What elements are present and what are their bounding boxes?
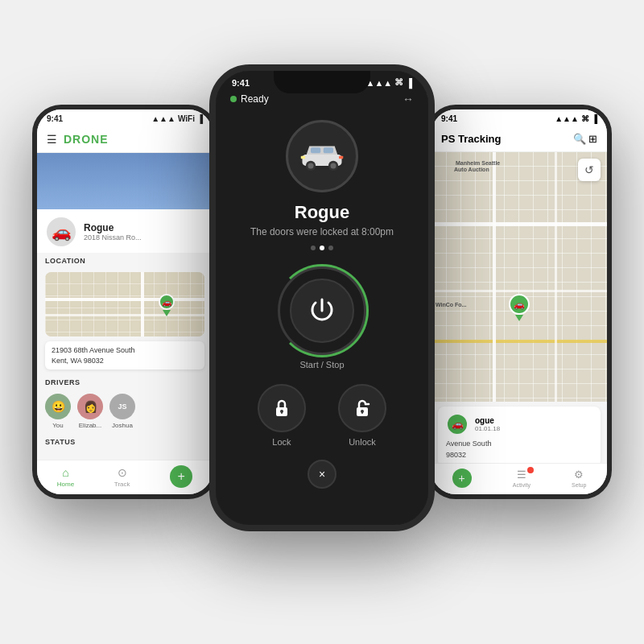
right-road-v2 xyxy=(555,152,557,402)
reload-button[interactable]: ↺ xyxy=(578,159,601,181)
driver-joshua[interactable]: JS Joshua xyxy=(109,394,135,429)
activity-icon: ☰ xyxy=(517,469,526,481)
svg-rect-3 xyxy=(324,147,333,153)
power-btn-container xyxy=(278,266,366,355)
vehicle-details: Rogue 2018 Nissan Ro... xyxy=(84,222,142,242)
address-box: 21903 68th Avenue South Kent, WA 98032 xyxy=(45,341,204,369)
power-icon[interactable] xyxy=(290,279,354,343)
ready-label: Ready xyxy=(230,93,269,105)
right-search-icon[interactable]: 🔍 xyxy=(573,133,586,145)
right-screen: 9:41 ▲▲▲ ⌘ ▐ PS Tracking 🔍 ⊞ xyxy=(431,109,607,494)
map-label-2: Auto Auction xyxy=(454,167,489,172)
unlock-icon-svg xyxy=(351,397,374,419)
unlock-circle[interactable] xyxy=(338,384,386,432)
left-header: ☰ DRONE xyxy=(37,126,213,153)
left-status-icons: ▲▲▲ WiFi ▐ xyxy=(151,114,203,123)
center-wifi-icon: ⌘ xyxy=(394,77,403,88)
lock-circle[interactable] xyxy=(258,384,306,432)
vehicle-card-right: 🚗 ogue 01.01.18 Avenue South 98032 xyxy=(438,407,601,467)
right-filter-icon[interactable]: ⊞ xyxy=(588,133,597,145)
center-time: 9:41 xyxy=(232,78,250,88)
right-road-h3 xyxy=(431,340,607,343)
right-road-v1 xyxy=(493,152,496,402)
vehicle-info-row: 🚗 Rogue 2018 Nissan Ro... xyxy=(37,209,213,253)
map-preview-left[interactable]: 🚗 xyxy=(45,272,204,336)
vehicle-banner xyxy=(37,153,213,209)
right-pin-circle: 🚗 xyxy=(509,294,530,315)
left-time: 9:41 xyxy=(47,114,63,123)
right-fab[interactable]: + xyxy=(452,469,472,488)
drivers-row: 😀 You 👩 Elizab... JS Joshua xyxy=(37,389,213,434)
right-vehicle-name: ogue xyxy=(475,416,500,425)
phone-left: 9:41 ▲▲▲ WiFi ▐ ☰ DRONE 🚗 xyxy=(32,105,217,499)
center-screen: 9:41 ▲▲▲ ⌘ ▐ Ready ↔ xyxy=(216,71,428,525)
unlock-button[interactable]: Unlock xyxy=(338,384,386,447)
right-nav-activity[interactable]: ☰ Activity xyxy=(513,469,530,488)
right-pin-tail xyxy=(515,315,523,321)
map-full-right[interactable]: Manheim Seattle Auto Auction WinCo Fo...… xyxy=(431,152,607,402)
left-battery-icon: ▐ xyxy=(197,114,203,123)
road-h1 xyxy=(45,298,204,301)
car-circle xyxy=(286,120,358,192)
center-vehicle-name: Rogue xyxy=(295,202,349,223)
gps-title: PS Tracking xyxy=(441,133,501,145)
right-vehicle-info: ogue 01.01.18 xyxy=(475,416,500,432)
close-button[interactable]: × xyxy=(308,460,336,489)
map-label-3: WinCo Fo... xyxy=(436,302,466,308)
map-pin-right: 🚗 xyxy=(509,294,530,321)
home-icon: ⌂ xyxy=(62,466,68,479)
phone-center: 9:41 ▲▲▲ ⌘ ▐ Ready ↔ xyxy=(209,64,435,531)
right-time: 9:41 xyxy=(441,114,457,123)
status-section-header: STATUS xyxy=(37,434,213,448)
setup-icon: ⚙ xyxy=(574,469,584,481)
right-road-h2 xyxy=(431,290,607,292)
phone-right: 9:41 ▲▲▲ ⌘ ▐ PS Tracking 🔍 ⊞ xyxy=(427,105,612,499)
right-header: PS Tracking 🔍 ⊞ xyxy=(431,126,607,152)
right-nav-setup[interactable]: ⚙ Setup xyxy=(572,469,586,488)
driver-name-you: You xyxy=(52,422,64,429)
address-line2: Kent, WA 98032 xyxy=(52,356,198,366)
pin-tail xyxy=(163,310,171,316)
right-road-h1 xyxy=(431,222,607,226)
driver-elizabeth[interactable]: 👩 Elizab... xyxy=(77,394,103,429)
right-map-texture xyxy=(431,152,607,402)
map-label-1: Manheim Seattle xyxy=(456,160,500,166)
nav-fab[interactable]: + xyxy=(170,465,192,488)
right-status-icons: ▲▲▲ ⌘ ▐ xyxy=(555,114,597,123)
driver-you[interactable]: 😀 You xyxy=(45,394,71,429)
center-notch xyxy=(274,71,370,93)
scene: 9:41 ▲▲▲ WiFi ▐ ☰ DRONE 🚗 xyxy=(0,0,644,644)
home-label: Home xyxy=(57,481,74,488)
map-pin-left: 🚗 xyxy=(157,294,176,316)
right-signal-icon: ▲▲▲ xyxy=(555,114,579,123)
lock-button[interactable]: Lock xyxy=(258,384,306,447)
driver-avatar-joshua: JS xyxy=(109,394,135,419)
right-address-1: Avenue South xyxy=(446,439,592,450)
unlock-label: Unlock xyxy=(349,437,376,447)
car-svg xyxy=(294,138,350,175)
nav-track[interactable]: ⊙ Track xyxy=(114,466,130,488)
menu-icon[interactable]: ☰ xyxy=(47,133,57,146)
dot-1 xyxy=(311,246,316,250)
right-status-bar: 9:41 ▲▲▲ ⌘ ▐ xyxy=(431,109,607,126)
right-bottom-nav: + ☰ Activity ⚙ Setup xyxy=(431,463,607,494)
dot-2 xyxy=(320,246,324,250)
right-car-avatar: 🚗 xyxy=(446,413,469,436)
right-nav-fab[interactable]: + xyxy=(452,469,472,488)
logo: DRONE xyxy=(64,133,109,146)
vehicle-name-left: Rogue xyxy=(84,222,142,233)
ready-text: Ready xyxy=(241,93,269,105)
vehicle-avatar-left: 🚗 xyxy=(45,216,77,248)
dot-3 xyxy=(328,246,333,250)
lock-icon-svg xyxy=(270,397,293,419)
left-signal-icon: ▲▲▲ xyxy=(151,114,175,123)
road-v1 xyxy=(141,272,144,336)
lock-label: Lock xyxy=(272,437,291,447)
start-stop-label: Start / Stop xyxy=(299,360,344,369)
expand-icon[interactable]: ↔ xyxy=(402,93,414,105)
right-header-icons: 🔍 ⊞ xyxy=(573,133,597,145)
left-status-bar: 9:41 ▲▲▲ WiFi ▐ xyxy=(37,109,213,126)
nav-home[interactable]: ⌂ Home xyxy=(57,466,74,488)
drivers-section-header: DRIVERS xyxy=(37,374,213,389)
power-ring[interactable] xyxy=(278,266,366,355)
